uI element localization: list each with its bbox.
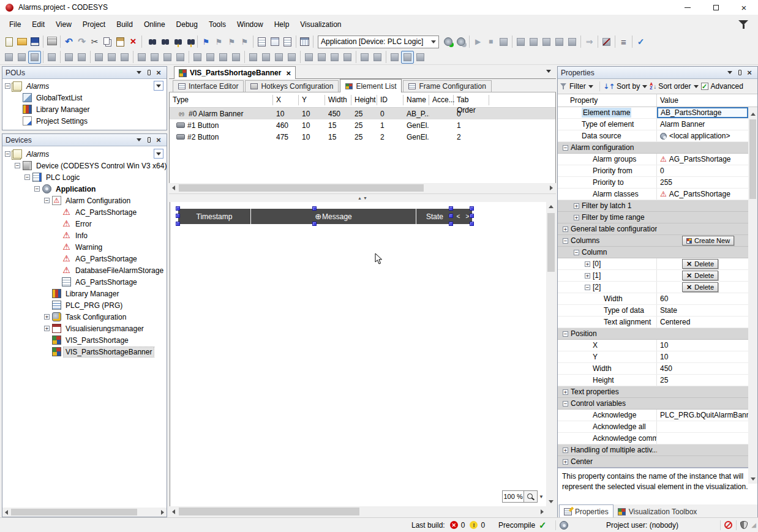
redo-icon[interactable]	[75, 36, 88, 48]
run-to-cursor-icon[interactable]	[553, 36, 566, 48]
bookmark-next-icon[interactable]	[225, 36, 238, 48]
open-project-icon[interactable]	[15, 36, 28, 48]
delete-button[interactable]: ✕Delete	[682, 259, 718, 269]
stop-icon[interactable]	[484, 36, 497, 48]
property-row[interactable]: Acknowledge all	[558, 421, 748, 433]
property-value-cell[interactable]: 450	[657, 363, 748, 374]
tree-item[interactable]: ⚠AC_PartsShortage	[2, 206, 167, 218]
property-value-cell[interactable]	[657, 200, 748, 211]
tree-item[interactable]: ⚠Error	[2, 218, 167, 230]
collapse-icon[interactable]: −	[5, 83, 10, 89]
close-icon[interactable]: ×	[154, 136, 163, 144]
bring-forward-icon[interactable]	[328, 51, 341, 64]
reset-icon[interactable]	[566, 36, 579, 48]
property-value-cell[interactable]: PLC_PRG.bQuitAlarmBanner	[657, 410, 748, 421]
property-row[interactable]: +[1]✕Delete	[558, 270, 748, 282]
close-icon[interactable]: ×	[154, 69, 163, 77]
menu-edit[interactable]: Edit	[26, 16, 50, 33]
selection-handle[interactable]	[449, 206, 453, 211]
close-button[interactable]: ×	[730, 0, 758, 15]
property-row[interactable]: Height25	[558, 375, 748, 386]
root-selector-dropdown[interactable]	[154, 81, 163, 91]
property-value-cell[interactable]: Centered	[657, 317, 748, 328]
align-right-icon[interactable]	[118, 51, 131, 64]
zoom-level-box[interactable]: 100 %	[502, 490, 524, 503]
property-row[interactable]: Priority to255	[558, 177, 748, 189]
send-back-icon[interactable]	[315, 51, 328, 64]
space-vert-icon[interactable]	[260, 51, 272, 64]
expand-icon[interactable]: +	[44, 326, 50, 331]
tree-item[interactable]: ⚠AG_PartsShortage	[2, 253, 167, 264]
tree-item[interactable]: −Alarms	[2, 80, 167, 92]
menu-project[interactable]: Project	[77, 16, 111, 33]
size-width-icon[interactable]	[191, 51, 204, 64]
property-row[interactable]: +Center	[558, 456, 748, 468]
paste-icon[interactable]	[114, 36, 127, 48]
property-row[interactable]: Alarm classes⚠AC_PartsShortage	[558, 189, 748, 200]
user-management-icon[interactable]	[560, 521, 568, 530]
tree-item[interactable]: −PLC Logic	[2, 171, 167, 183]
resize-grip[interactable]: ◢	[751, 522, 756, 528]
collapse-icon[interactable]: −	[34, 186, 40, 192]
frame-stretch-icon[interactable]	[414, 51, 427, 64]
expand-icon[interactable]: +	[585, 261, 590, 267]
selection-handle[interactable]	[176, 206, 180, 211]
bookmark-prev-icon[interactable]	[238, 36, 251, 48]
tree-item[interactable]: −⚠Alarm Configuration	[2, 195, 167, 206]
viz-wand-icon[interactable]	[2, 51, 15, 64]
devices-horizontal-scrollbar[interactable]	[2, 508, 167, 517]
space-horz-icon[interactable]	[247, 51, 260, 64]
column-header-name[interactable]: Name	[403, 95, 429, 105]
format-code-icon[interactable]	[617, 36, 630, 48]
selection-handle[interactable]	[470, 222, 474, 226]
ungroup-icon[interactable]	[75, 51, 88, 64]
sort-by-button[interactable]: ⇣⇡Sort by	[604, 82, 647, 91]
align-middle-icon[interactable]	[148, 51, 161, 64]
properties-panel-header[interactable]: Properties ×	[558, 67, 757, 79]
tab-vis-partsshortagebanner[interactable]: VIS_PartsShortageBanner ×	[174, 66, 296, 79]
tab-visualization-toolbox[interactable]: Visualization Toolbox	[614, 506, 702, 518]
size-both-icon[interactable]	[217, 51, 230, 64]
property-row[interactable]: +Filter by time range	[558, 212, 748, 223]
subtab-frame-configuration[interactable]: Frame Configuration	[403, 80, 491, 92]
column-header-x[interactable]: X	[273, 95, 299, 105]
find-icon[interactable]	[144, 36, 157, 48]
tree-item[interactable]: ⚠DatabaseFileAlarmStorage	[2, 264, 167, 276]
align-bottom-icon[interactable]	[161, 51, 174, 64]
print-icon[interactable]	[45, 36, 58, 48]
tree-item[interactable]: VIS_PartsShortage	[2, 334, 167, 346]
element-list-horizontal-scrollbar[interactable]	[170, 183, 555, 193]
pin-icon[interactable]	[144, 136, 154, 144]
maximize-button[interactable]	[702, 0, 730, 15]
force-values-icon[interactable]	[583, 36, 596, 48]
align-left-icon[interactable]	[92, 51, 105, 64]
property-value-cell[interactable]	[657, 421, 748, 432]
undo-icon[interactable]	[62, 36, 75, 48]
collapse-icon[interactable]: −	[563, 238, 568, 244]
panel-menu-icon[interactable]	[134, 69, 144, 77]
property-value-cell[interactable]: 10	[657, 340, 748, 351]
panel-menu-icon[interactable]	[134, 136, 144, 144]
static-analysis-icon[interactable]	[634, 36, 647, 48]
space-reset-icon[interactable]	[285, 51, 298, 64]
property-value-cell[interactable]	[657, 386, 748, 397]
property-row[interactable]: −[2]✕Delete	[558, 282, 748, 293]
property-row[interactable]: +General table configuration	[558, 223, 748, 235]
copy-icon[interactable]	[101, 36, 114, 48]
properties-vertical-scrollbar[interactable]	[748, 110, 757, 484]
tree-item[interactable]: −Alarms	[2, 148, 167, 160]
property-row[interactable]: −Column	[558, 247, 748, 258]
property-value-cell[interactable]: ✕Delete	[657, 258, 748, 269]
property-row[interactable]: −Alarm configuration	[558, 142, 748, 154]
property-row[interactable]: Text alignmentCentered	[558, 317, 748, 328]
panel-menu-icon[interactable]	[725, 69, 735, 77]
menu-help[interactable]: Help	[269, 16, 295, 33]
property-value-cell[interactable]: State	[657, 305, 748, 316]
menu-debug[interactable]: Debug	[171, 16, 203, 33]
tree-item[interactable]: +Visualisierungsmanager	[2, 323, 167, 334]
property-value-cell[interactable]: ✕Delete	[657, 270, 748, 281]
property-value-cell[interactable]: 25	[657, 375, 748, 386]
align-center-icon[interactable]	[105, 51, 118, 64]
property-value-cell[interactable]: Create New	[657, 235, 748, 246]
keyboard-config-icon[interactable]	[45, 51, 58, 64]
